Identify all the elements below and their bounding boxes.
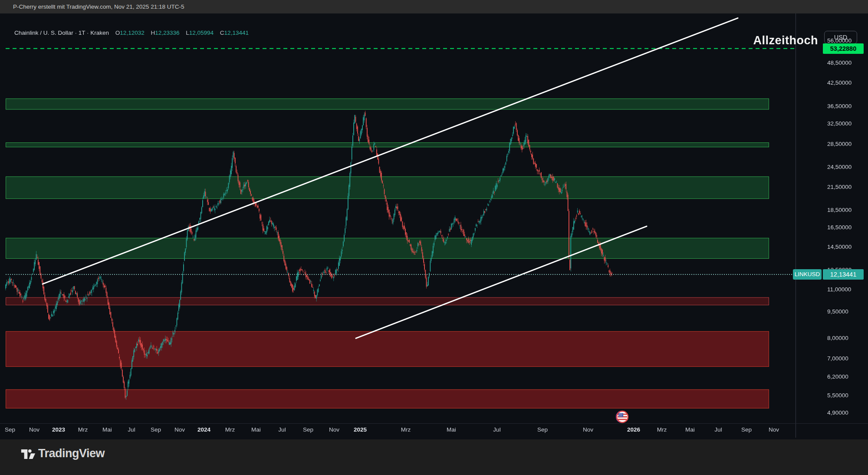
time-tick-label: Nov (583, 426, 593, 433)
ath-watermark-label: Allzeithoch (753, 34, 818, 47)
low-label: L (186, 30, 189, 36)
footer-bar: TradingView (0, 439, 868, 475)
currency-button[interactable]: USD (824, 31, 857, 44)
time-tick-label: Sep (741, 426, 752, 433)
time-tick-label: Mai (685, 426, 695, 433)
time-tick-label: 2024 (197, 426, 210, 433)
time-tick-label: Jul (128, 426, 135, 433)
tradingview-logo-icon[interactable] (21, 448, 36, 461)
symbol-legend[interactable]: Chainlink / U. S. Dollar · 1T · Kraken O… (14, 30, 249, 36)
price-tick-label: 16,50000 (827, 224, 852, 231)
price-tick-label: 42,50000 (827, 79, 852, 86)
price-tick-label: 18,50000 (827, 207, 852, 213)
time-tick-label: Mai (447, 426, 456, 433)
time-tick-label: 2025 (354, 426, 367, 433)
price-tick-label: 32,50000 (827, 120, 852, 127)
close-label: C (220, 30, 224, 36)
time-tick-label: 2026 (627, 426, 640, 433)
time-tick-label: Mrz (657, 426, 667, 433)
time-tick-label: Sep (5, 426, 15, 433)
price-tick-label: 4,90000 (827, 409, 848, 416)
time-axis-border (0, 423, 868, 424)
time-tick-label: Nov (329, 426, 339, 433)
price-tick-label: 28,50000 (827, 141, 852, 147)
price-tick-label: 48,50000 (827, 59, 852, 66)
high-label: H (151, 30, 155, 36)
attribution-text: P-Cherry erstellt mit TradingView.com, N… (13, 3, 184, 10)
close-value: 12,13441 (224, 30, 249, 36)
time-tick-label: Mai (251, 426, 261, 433)
time-tick-label: Mrz (225, 426, 235, 433)
symbol-price-tag: LINKUSD (793, 269, 822, 280)
price-tick-label: 5,50000 (827, 392, 848, 399)
price-tick-label: 9,50000 (827, 308, 848, 315)
time-tick-label: Mrz (401, 426, 411, 433)
time-tick-label: Sep (537, 426, 548, 433)
price-axis-border (796, 13, 796, 438)
attribution-bar: P-Cherry erstellt mit TradingView.com, N… (0, 0, 868, 13)
us-flag-icon[interactable] (616, 410, 629, 425)
price-tick-label: 6,20000 (827, 373, 848, 380)
price-tick-label: 24,50000 (827, 164, 852, 170)
price-tick-label: 14,50000 (827, 244, 852, 250)
price-tick-label: 11,00000 (827, 286, 851, 293)
time-tick-label: Jul (714, 426, 722, 433)
open-value: 12,12032 (120, 30, 144, 36)
time-tick-label: Mrz (78, 426, 88, 433)
time-tick-label: Jul (278, 426, 286, 433)
time-tick-label: Sep (151, 426, 161, 433)
time-tick-label: Mai (102, 426, 112, 433)
time-tick-label: Sep (303, 426, 313, 433)
low-value: 12,05994 (189, 30, 214, 36)
price-tick-label: 7,00000 (827, 355, 848, 362)
time-tick-label: Nov (29, 426, 39, 433)
time-tick-label: Nov (174, 426, 185, 433)
time-tick-label: Jul (493, 426, 500, 433)
chart-area[interactable]: Chainlink / U. S. Dollar · 1T · Kraken O… (0, 13, 868, 439)
tradingview-logo-text[interactable]: TradingView (38, 447, 105, 460)
symbol-title: Chainlink / U. S. Dollar · 1T · Kraken (14, 30, 109, 36)
price-tick-label: 36,50000 (827, 103, 852, 109)
price-chart-canvas[interactable] (0, 13, 868, 475)
time-tick-label: 2023 (52, 426, 65, 433)
high-value: 12,23336 (155, 30, 179, 36)
ath-price-tag: 53,22880 (823, 43, 864, 54)
current-price-tag: 12,13441 (823, 269, 864, 280)
price-tick-label: 21,50000 (827, 184, 852, 190)
time-tick-label: Nov (769, 426, 779, 433)
open-label: O (115, 30, 120, 36)
price-tick-label: 8,00000 (827, 335, 848, 341)
